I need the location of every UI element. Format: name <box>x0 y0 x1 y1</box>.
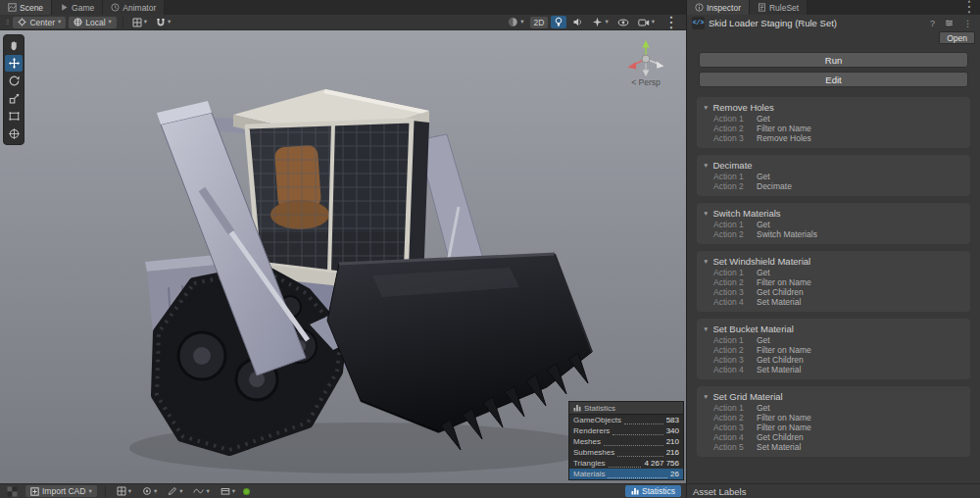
orientation-gizmo[interactable]: < Persp <box>621 38 670 87</box>
scene-viewport[interactable]: < Persp Statistics GameObjects583Rendere… <box>0 30 686 483</box>
action-row: Action 2Decimate <box>703 181 964 191</box>
inspector-more-icon[interactable]: ⋮ <box>960 17 975 29</box>
orientation-dropdown[interactable]: Local ▾ <box>69 17 117 28</box>
action-value: Get Children <box>757 432 804 442</box>
scene-audio-toggle[interactable] <box>569 16 586 28</box>
statistics-row: Meshes210 <box>569 436 683 447</box>
action-value: Filter on Name <box>757 345 811 355</box>
2d-label: 2D <box>534 18 545 27</box>
stat-leader <box>612 427 662 435</box>
stat-label: Renderers <box>573 426 610 435</box>
action-row: Action 2Filter on Name <box>703 277 964 287</box>
camera-preview-dropdown[interactable]: ▾ <box>635 16 658 28</box>
stat-value: 216 <box>666 448 679 457</box>
help-icon[interactable]: ? <box>927 17 938 29</box>
stat-leader <box>609 460 642 468</box>
measure-dropdown[interactable]: ▾ <box>190 485 212 498</box>
rule-section-header[interactable]: ▼Remove Holes <box>703 101 964 114</box>
rule-section-title: Set Windshield Material <box>712 256 810 267</box>
action-row: Action 2Filter on Name <box>703 124 964 133</box>
rect-tool[interactable] <box>5 108 23 124</box>
target-icon <box>142 486 152 496</box>
open-row: Open <box>687 31 980 45</box>
statistics-toggle-button[interactable]: Statistics <box>625 485 681 497</box>
rule-section-title: Decimate <box>712 160 752 171</box>
tab-animator[interactable]: Animator <box>103 0 165 15</box>
inspector-tab-menu[interactable]: ⋮ <box>958 0 980 13</box>
eye-icon <box>617 18 629 27</box>
snap-settings-dropdown[interactable]: ▾ <box>153 16 173 28</box>
rule-section-header[interactable]: ▼Set Windshield Material <box>703 255 964 268</box>
annotate-dropdown[interactable]: ▾ <box>165 485 185 498</box>
action-row: Action 1Get <box>703 172 964 181</box>
grid-snap-dropdown[interactable]: ▾ <box>114 485 134 498</box>
open-button[interactable]: Open <box>939 31 975 44</box>
view-tool[interactable] <box>5 37 23 54</box>
import-cad-label: Import CAD <box>42 486 85 496</box>
chevron-down-icon: ▾ <box>58 19 61 25</box>
tab-ruleset[interactable]: RuleSet <box>750 0 808 15</box>
effects-dropdown[interactable]: ▾ <box>589 16 611 28</box>
draw-mode-dropdown[interactable]: ▾ <box>505 16 526 28</box>
rule-section-header[interactable]: ▼Set Grid Material <box>703 390 964 403</box>
globe-icon <box>74 18 82 26</box>
asset-title: Skid Loader Staging (Rule Set) <box>709 18 923 28</box>
rect-icon <box>8 110 21 123</box>
magnet-icon <box>156 18 166 27</box>
more-icon: ⋮ <box>961 0 977 16</box>
scale-tool[interactable] <box>5 90 23 107</box>
rule-section-title: Set Bucket Material <box>712 324 793 334</box>
status-indicator[interactable] <box>243 488 250 495</box>
statistics-rows: GameObjects583Renderers340Meshes210Subme… <box>569 415 683 479</box>
section-view-dropdown[interactable]: ▾ <box>218 485 238 498</box>
grid-visibility-dropdown[interactable]: ▾ <box>129 16 150 28</box>
rule-section-header[interactable]: ▼Decimate <box>703 159 964 172</box>
projection-toggle[interactable]: < Persp <box>621 77 670 87</box>
rule-section-header[interactable]: ▼Switch Materials <box>703 207 964 220</box>
import-cad-dropdown[interactable]: Import CAD ▾ <box>25 485 97 497</box>
statistics-row: Materials26 <box>569 469 683 479</box>
action-label: Action 2 <box>713 229 757 239</box>
rule-section-header[interactable]: ▼Set Bucket Material <box>703 323 964 335</box>
scene-lighting-toggle[interactable] <box>551 16 566 28</box>
bar-chart-icon <box>631 487 639 495</box>
action-row: Action 4Set Material <box>703 365 964 374</box>
scene-pane: Scene Game Animator ⁝⁝ Center ▾ Local ▾ <box>0 0 686 498</box>
toolbar-drag-handle[interactable]: ⁝⁝ <box>4 15 10 30</box>
tab-inspector[interactable]: Inspector <box>687 0 750 15</box>
bottom-toolbar: Import CAD ▾ ▾ ▾ ▾ ▾ ▾ <box>0 483 686 498</box>
transform-tool[interactable] <box>5 125 23 142</box>
chevron-down-icon: ▾ <box>605 19 608 25</box>
scene-overflow-menu[interactable]: ⋮ <box>661 16 682 28</box>
pivot-mode-dropdown[interactable]: Center ▾ <box>13 17 66 28</box>
stat-label: Submeshes <box>573 448 614 457</box>
2d-toggle[interactable]: 2D <box>530 17 549 28</box>
action-label: Action 2 <box>713 277 757 287</box>
tab-game[interactable]: Game <box>52 0 103 15</box>
rule-section: ▼DecimateAction 1GetAction 2Decimate <box>697 155 970 196</box>
pivot-target-dropdown[interactable]: ▾ <box>139 485 160 498</box>
chevron-down-icon: ▾ <box>232 488 235 495</box>
scene-tab-icon <box>8 3 17 12</box>
edit-button[interactable]: Edit <box>699 72 968 87</box>
box-icon <box>220 486 230 496</box>
rotate-tool[interactable] <box>5 73 23 89</box>
uv-checker-toggle[interactable] <box>4 485 21 498</box>
run-button[interactable]: Run <box>699 52 968 68</box>
action-label: Action 5 <box>713 442 757 452</box>
tool-palette <box>3 34 24 145</box>
asset-labels-bar[interactable]: Asset Labels <box>687 483 980 498</box>
move-tool[interactable] <box>5 55 23 72</box>
import-icon <box>30 487 39 496</box>
action-row: Action 1Get <box>703 403 964 413</box>
pivot-label: Center <box>29 18 55 27</box>
hidden-objects-toggle[interactable] <box>614 16 632 28</box>
tab-scene[interactable]: Scene <box>0 0 52 15</box>
rotate-icon <box>8 75 21 87</box>
grid-icon <box>117 486 126 496</box>
presets-icon[interactable] <box>942 17 956 29</box>
action-value: Get <box>757 335 770 345</box>
action-value: Get <box>757 268 770 277</box>
asset-labels-title: Asset Labels <box>693 486 746 497</box>
statistics-row: Submeshes216 <box>569 447 683 458</box>
